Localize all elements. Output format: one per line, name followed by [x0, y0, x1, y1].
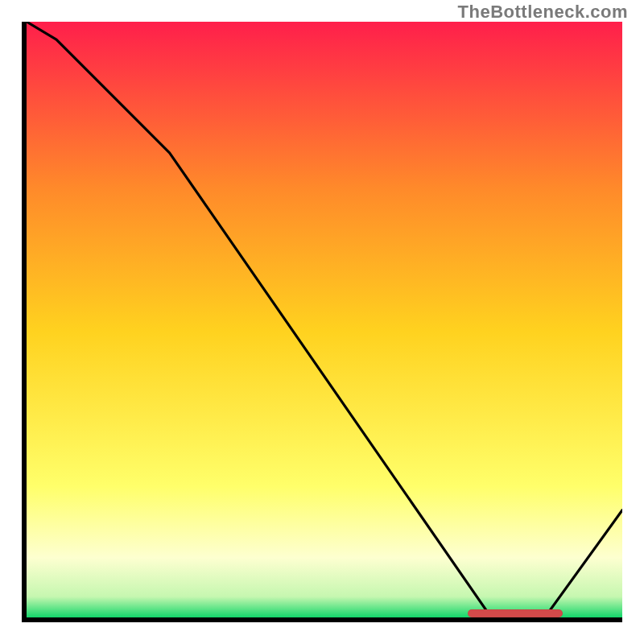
optimal-range-marker: [468, 609, 563, 617]
chart-stage: TheBottleneck.com: [0, 0, 644, 644]
plot-area: [27, 22, 622, 617]
gradient-background: [27, 22, 622, 617]
attribution-text: TheBottleneck.com: [458, 2, 628, 23]
x-axis: [22, 617, 622, 622]
plot-svg: [27, 22, 622, 617]
